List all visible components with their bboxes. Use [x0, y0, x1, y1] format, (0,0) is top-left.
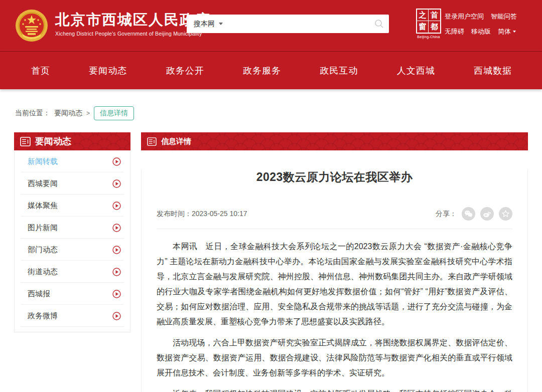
sidebar-item-label: 政务微博	[28, 311, 112, 321]
sidebar-item-street-news[interactable]: 街道动态	[15, 261, 130, 283]
weibo-icon	[483, 210, 491, 218]
search-button[interactable]	[369, 15, 389, 33]
search-scope-select[interactable]: 搜本网	[187, 15, 230, 33]
nav-item-data[interactable]: 西城数据	[474, 65, 512, 77]
article-paragraph: 活动现场，六合上甲数据资产研究实验室正式揭牌成立，将围绕数据权属界定、数据评估定…	[157, 335, 512, 380]
sidebar-item-news-reprint[interactable]: 新闻转载	[15, 150, 130, 172]
chevron-down-icon	[513, 31, 516, 33]
circle-arrow-icon	[112, 312, 121, 320]
sidebar-list: 新闻转载 西城要闻 媒体聚焦	[14, 150, 130, 332]
sidebar-item-label: 街道动态	[28, 267, 112, 277]
nav-item-gov-service[interactable]: 政务服务	[243, 65, 281, 77]
chevron-down-icon	[219, 23, 223, 25]
publish-time-value: 2023-05-25 10:17	[192, 210, 247, 218]
sidebar-news: 要闻动态 新闻转载 西城要闻 媒体聚焦	[14, 132, 130, 332]
sidebar-item-photo-news[interactable]: 图片新闻	[15, 217, 130, 239]
breadcrumb-separator: >	[86, 110, 90, 117]
circle-arrow-icon	[112, 202, 121, 210]
circle-arrow-icon	[112, 224, 121, 232]
content-area: 要闻动态 新闻转载 西城要闻 媒体聚焦	[0, 132, 542, 392]
sidebar-item-label: 西城要闻	[28, 179, 112, 188]
breadcrumb: 当前位置： 要闻动态 > 信息详情	[15, 106, 542, 120]
seal-char: 都	[429, 21, 440, 33]
detail-doc-icon	[147, 137, 157, 146]
circle-arrow-icon	[112, 179, 121, 188]
sidebar-header: 要闻动态	[14, 132, 130, 150]
login-user-space-link[interactable]: 登录用户空间	[445, 12, 484, 21]
circle-arrow-icon	[112, 157, 121, 166]
site-header: 北京市西城区人民政府 Xicheng District People's Gov…	[0, 0, 542, 52]
article-paragraph: 本网讯 近日，全球金融科技大会系列论坛之一的2023数云原力大会 “数据资产·金…	[157, 239, 512, 329]
sidebar-title: 要闻动态	[35, 135, 71, 147]
nav-item-news[interactable]: 要闻动态	[89, 65, 127, 77]
search-input[interactable]	[230, 15, 369, 33]
article-section-header: 信息详情	[141, 132, 528, 150]
circle-arrow-icon	[112, 246, 121, 254]
circle-arrow-icon	[112, 290, 121, 298]
article-title: 2023数云原力论坛在我区举办	[157, 169, 512, 185]
article-panel: 信息详情 2023数云原力论坛在我区举办 发布时间：2023-05-25 10:…	[141, 132, 528, 392]
seal-caption: Beijing-China	[415, 35, 443, 39]
header-links: 登录用户空间 智能问答 无障碍 移动版 简体	[445, 12, 517, 42]
mobile-version-link[interactable]: 移动版	[471, 27, 491, 36]
article-box: 2023数云原力论坛在我区举办 发布时间：2023-05-25 10:17 分享…	[141, 169, 528, 392]
share-bar: 分享：	[436, 207, 512, 221]
article-meta-row: 发布时间：2023-05-25 10:17 分享：	[157, 207, 512, 221]
sidebar-item-label: 媒体聚焦	[28, 201, 112, 211]
sidebar-item-label: 部门动态	[28, 245, 112, 255]
sidebar-item-media-focus[interactable]: 媒体聚焦	[15, 194, 130, 217]
share-favorite-button[interactable]	[499, 207, 512, 221]
meta-divider	[157, 229, 512, 229]
smart-qa-link[interactable]: 智能问答	[491, 12, 517, 21]
seal-char: 首	[429, 10, 440, 21]
seal-char: 之	[417, 10, 429, 21]
nav-item-culture[interactable]: 人文西城	[397, 65, 435, 77]
article-body: 本网讯 近日，全球金融科技大会系列论坛之一的2023数云原力大会 “数据资产·金…	[157, 239, 512, 392]
search-box: 搜本网	[187, 15, 389, 33]
breadcrumb-parent-link[interactable]: 要闻动态	[54, 109, 82, 118]
breadcrumb-current-badge[interactable]: 信息详情	[94, 106, 134, 120]
sidebar-item-gov-weibo[interactable]: 政务微博	[15, 305, 130, 327]
language-label: 简体	[498, 27, 511, 36]
publish-time-label: 发布时间：	[157, 210, 192, 218]
main-nav: 首页 要闻动态 政务公开 政务服务 政民互动 人文西城 西城数据	[0, 52, 542, 89]
circle-arrow-icon	[112, 268, 121, 276]
sidebar-item-label: 图片新闻	[28, 223, 112, 233]
capital-window-logo[interactable]: 之 首 窗 都 Beijing-China	[415, 9, 443, 39]
language-select[interactable]: 简体	[498, 27, 516, 36]
nav-item-gov-open[interactable]: 政务公开	[166, 65, 204, 77]
news-list-icon	[20, 137, 31, 146]
accessibility-link[interactable]: 无障碍	[445, 27, 464, 36]
nav-item-home[interactable]: 首页	[31, 65, 50, 77]
search-scope-label: 搜本网	[194, 20, 215, 29]
national-emblem-logo	[15, 9, 48, 42]
share-label: 分享：	[436, 210, 457, 219]
article-section-title: 信息详情	[161, 137, 191, 146]
nav-item-interaction[interactable]: 政民互动	[320, 65, 358, 77]
sidebar-item-label: 西城报	[28, 289, 112, 299]
wechat-icon	[464, 210, 473, 218]
share-weibo-button[interactable]	[480, 207, 494, 221]
star-icon	[502, 210, 509, 218]
publish-time: 发布时间：2023-05-25 10:17	[157, 210, 247, 219]
search-icon	[374, 19, 384, 29]
share-wechat-button[interactable]	[462, 207, 475, 221]
sidebar-item-label: 新闻转载	[28, 157, 112, 166]
sidebar-item-xicheng-paper[interactable]: 西城报	[15, 283, 130, 305]
sidebar-item-department-news[interactable]: 部门动态	[15, 239, 130, 261]
sidebar-item-xicheng-news[interactable]: 西城要闻	[15, 172, 130, 194]
breadcrumb-label: 当前位置：	[15, 109, 50, 118]
article-paragraph: 近年来，我国积极加快科技强国建设，实施创新驱动发展战略。我区支持包括辖区国资央企…	[157, 386, 512, 392]
capital-window-seal: 之 首 窗 都	[416, 9, 441, 34]
seal-char: 窗	[417, 21, 429, 33]
